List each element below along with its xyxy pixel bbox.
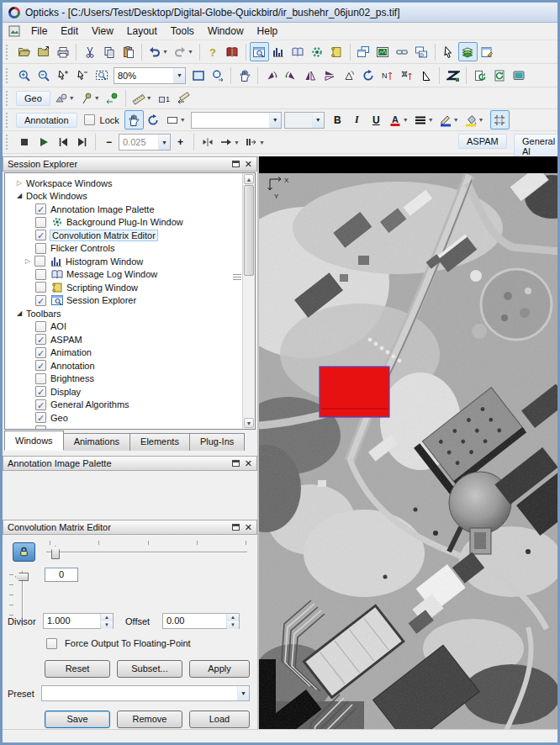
divisor-spinbox[interactable]: 1.000 ▲▼ — [43, 613, 114, 629]
tab-plug-ins[interactable]: Plug-Ins — [189, 433, 245, 451]
splitter-grip[interactable] — [233, 272, 241, 282]
close-panel-button[interactable]: ✕ — [245, 523, 252, 531]
font-combo[interactable]: ▼ — [191, 112, 282, 129]
frame-rate-button[interactable]: ▼ — [242, 133, 267, 152]
tab-windows[interactable]: Windows — [4, 431, 64, 451]
reset-orientation-button[interactable] — [358, 66, 378, 85]
tab-elements[interactable]: Elements — [129, 433, 190, 451]
kernel-cell-input[interactable]: 0 — [45, 568, 78, 582]
tab-animations[interactable]: Animations — [63, 433, 130, 451]
tree-item-histogram-window[interactable]: ▷Histogram Window — [5, 255, 255, 268]
lock-size-toggle-button[interactable] — [13, 542, 35, 562]
pan-button[interactable] — [235, 66, 254, 85]
collapse-icon[interactable]: ◢ — [15, 309, 24, 318]
generate-image-button[interactable] — [470, 66, 489, 85]
stop-button[interactable] — [14, 133, 34, 152]
tree-item-convolution-matrix-editor[interactable]: Convolution Matrix Editor — [5, 229, 255, 242]
play-direction-button[interactable]: ▼ — [217, 133, 242, 152]
line-color-button[interactable]: ▼ — [436, 110, 462, 129]
annotation-rectangle[interactable] — [320, 367, 389, 417]
collapse-icon[interactable]: ◢ — [15, 192, 24, 200]
display-mode-button[interactable] — [443, 66, 462, 85]
spin-buttons[interactable]: ▲▼ — [226, 614, 239, 628]
checkbox[interactable] — [35, 217, 46, 228]
checkbox[interactable] — [35, 295, 46, 306]
play-button[interactable] — [34, 133, 53, 152]
tree-item-session-explorer[interactable]: Session Explorer — [5, 294, 255, 308]
italic-button[interactable]: I — [347, 110, 367, 129]
spin-buttons[interactable]: ▲▼ — [100, 614, 113, 628]
preset-combo[interactable]: ▼ — [41, 685, 250, 701]
checkbox[interactable] — [35, 347, 46, 358]
north-up-button[interactable]: N — [378, 66, 397, 85]
tree-item-annotation[interactable]: Annotation — [5, 359, 255, 372]
close-panel-button[interactable]: ✕ — [245, 160, 252, 168]
annotation-rotate-button[interactable] — [144, 110, 163, 129]
rotate-right-button[interactable] — [281, 66, 300, 85]
measurement-flip-button[interactable] — [174, 88, 193, 108]
close-panel-button[interactable]: ✕ — [245, 459, 252, 468]
histogram-window-button[interactable] — [269, 42, 288, 61]
scroll-up-arrow[interactable]: ▲ — [244, 174, 254, 184]
snap-to-grid-button[interactable] — [490, 110, 510, 129]
menu-edit[interactable]: Edit — [54, 24, 85, 39]
font-size-combo[interactable]: ▼ — [284, 112, 325, 129]
checkbox[interactable] — [35, 360, 46, 371]
offset-spinbox[interactable]: 0.00 ▲▼ — [162, 613, 240, 629]
measurement-button[interactable]: ▼ — [129, 88, 155, 108]
tree-item-annotation-image-palette[interactable]: Annotation Image Palette — [5, 203, 255, 216]
layers-button[interactable] — [458, 42, 478, 61]
menu-layout[interactable]: Layout — [120, 24, 164, 39]
draw-shape-button[interactable]: ▼ — [163, 110, 188, 129]
geo-flip-button[interactable] — [103, 88, 122, 108]
menu-window[interactable]: Window — [201, 24, 251, 39]
general-algorithms-toolbar-label[interactable]: General Al — [514, 134, 560, 159]
tree-item-background-plugin-window[interactable]: Background Plug-In Window — [5, 216, 255, 230]
overview-window-button[interactable] — [354, 42, 373, 61]
spin-down-icon[interactable]: ▼ — [101, 621, 113, 629]
geo-toolbar-label[interactable]: Geo — [16, 91, 50, 106]
zoom-out-button[interactable] — [34, 66, 53, 85]
float-panel-button[interactable] — [232, 524, 240, 531]
kernel-columns-slider[interactable] — [45, 541, 249, 561]
checkbox[interactable] — [35, 425, 46, 430]
toolbar-grip[interactable] — [6, 45, 10, 60]
checkbox[interactable] — [35, 386, 46, 397]
fill-color-button[interactable]: ▼ — [462, 110, 487, 129]
checkbox[interactable] — [34, 256, 45, 267]
tree-item-aspam[interactable]: ASPAM — [5, 333, 255, 346]
edit-cursor-button[interactable] — [439, 42, 458, 61]
toolbar-grip[interactable] — [6, 68, 10, 83]
annotation-toolbar-label[interactable]: Annotation — [16, 113, 77, 128]
step-forward-button[interactable] — [72, 133, 92, 152]
tree-item-scripting-window[interactable]: Scripting Window — [5, 281, 255, 294]
title-bar[interactable]: Opticks - [C:/Users/Test/Desktop/Digital… — [3, 3, 557, 23]
checkbox[interactable] — [35, 230, 46, 240]
session-explorer-titlebar[interactable]: Session Explorer ✕ — [3, 156, 257, 172]
paste-button[interactable] — [119, 42, 138, 61]
tree-item-workspace-windows[interactable]: ▷Workspace Windows — [5, 177, 255, 190]
checkbox[interactable] — [35, 269, 46, 280]
undo-button[interactable]: ▼ — [145, 42, 171, 61]
open-button[interactable] — [14, 42, 34, 61]
slider-handle[interactable] — [15, 573, 29, 581]
load-button[interactable]: Load — [189, 711, 250, 728]
expand-icon[interactable]: ▷ — [15, 179, 24, 188]
message-log-button[interactable] — [288, 42, 308, 61]
bold-button[interactable]: B — [328, 110, 347, 129]
slow-down-button[interactable]: − — [99, 133, 119, 152]
aspam-toolbar-label[interactable]: ASPAM — [458, 134, 507, 149]
zoom-in-button[interactable] — [14, 66, 34, 85]
spin-down-icon[interactable]: ▼ — [227, 621, 239, 629]
apply-button[interactable]: Apply — [189, 660, 250, 678]
toolbar-grip[interactable] — [6, 91, 10, 106]
zoom-out-cursor-button[interactable] — [72, 66, 92, 85]
free-rotate-button[interactable] — [339, 66, 358, 85]
float-panel-button[interactable] — [232, 161, 240, 167]
underline-button[interactable]: U — [367, 110, 386, 129]
toolbar-grip[interactable] — [6, 135, 10, 150]
background-plugin-button[interactable] — [308, 42, 327, 61]
image-window-button[interactable] — [373, 42, 393, 61]
export-button[interactable] — [34, 42, 53, 61]
annotation-pan-button[interactable] — [124, 110, 144, 129]
